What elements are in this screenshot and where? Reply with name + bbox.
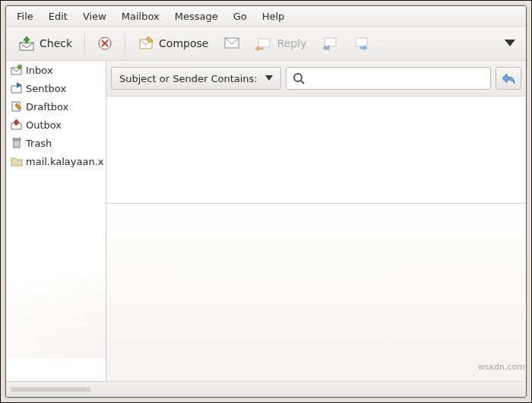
folder-label: Trash: [26, 138, 52, 149]
forward-icon: [353, 36, 370, 51]
toolbar: Check Compose: [6, 27, 526, 61]
reply-button: Reply: [248, 30, 314, 56]
status-bar: [6, 381, 526, 397]
body: Inbox Sentbox Draftbox: [6, 61, 526, 381]
menu-message[interactable]: Message: [167, 8, 226, 25]
folder-account[interactable]: mail.kalayaan.x: [6, 152, 106, 170]
reply-arrow-icon: [501, 72, 516, 84]
chevron-down-icon: [265, 75, 273, 81]
compose-button[interactable]: Compose: [130, 30, 216, 56]
trash-icon: [11, 137, 23, 149]
compose-label: Compose: [159, 37, 208, 49]
menubar: File Edit View Mailbox Message Go Help: [6, 6, 526, 27]
forward-button: [346, 30, 378, 56]
menu-help[interactable]: Help: [255, 8, 293, 25]
filter-dropdown[interactable]: Subject or Sender Contains:: [111, 67, 281, 90]
reply-all-button: [314, 30, 346, 56]
folder-label: Sentbox: [26, 83, 66, 94]
menu-file[interactable]: File: [9, 8, 41, 25]
svg-line-29: [301, 81, 304, 84]
svg-marker-27: [265, 75, 273, 81]
search-icon: [293, 72, 305, 84]
chevron-down-icon: [505, 40, 515, 47]
app-window: File Edit View Mailbox Message Go Help C…: [5, 5, 527, 398]
sent-icon: [11, 82, 23, 94]
inbox-icon: [11, 64, 23, 76]
svg-point-28: [294, 74, 302, 81]
filter-row: Subject or Sender Contains:: [106, 61, 526, 97]
filter-label: Subject or Sender Contains:: [119, 73, 258, 84]
mail-button-disabled: [216, 30, 248, 56]
draft-icon: [11, 100, 23, 113]
outbox-icon: [11, 119, 23, 131]
folder-trash[interactable]: Trash: [6, 134, 106, 152]
reply-label: Reply: [277, 37, 306, 49]
reply-icon: [255, 36, 272, 51]
folder-label: Inbox: [26, 65, 53, 76]
menu-edit[interactable]: Edit: [41, 8, 75, 25]
svg-rect-13: [356, 38, 367, 46]
folder-label: Draftbox: [26, 101, 68, 113]
compose-icon: [138, 35, 154, 52]
download-mail-icon: [18, 35, 35, 52]
svg-marker-15: [505, 40, 515, 46]
status-grip: [11, 387, 125, 392]
message-preview-pane[interactable]: [106, 204, 526, 381]
folder-icon: [11, 155, 23, 167]
main-pane: Subject or Sender Contains:: [106, 61, 526, 381]
svg-rect-8: [258, 39, 270, 47]
folder-label: Outbox: [26, 119, 62, 131]
folder-draftbox[interactable]: Draftbox: [6, 97, 106, 116]
toolbar-separator: [125, 31, 125, 56]
svg-point-17: [17, 65, 22, 69]
svg-marker-26: [11, 158, 22, 166]
message-list-pane[interactable]: [106, 97, 526, 204]
folder-label: mail.kalayaan.x: [26, 156, 104, 167]
check-button[interactable]: Check: [11, 30, 80, 56]
folder-sentbox[interactable]: Sentbox: [6, 79, 106, 97]
toolbar-separator: [84, 31, 85, 56]
toolbar-overflow-button[interactable]: [499, 32, 521, 55]
cancel-icon: [97, 36, 112, 51]
cancel-button[interactable]: [90, 30, 120, 56]
check-label: Check: [40, 37, 72, 49]
search-input[interactable]: [286, 67, 491, 90]
folder-sidebar: Inbox Sentbox Draftbox: [6, 61, 106, 381]
menu-view[interactable]: View: [75, 8, 114, 25]
folder-outbox[interactable]: Outbox: [6, 116, 106, 134]
menu-mailbox[interactable]: Mailbox: [114, 8, 167, 25]
svg-rect-25: [13, 138, 21, 140]
reply-all-icon: [321, 36, 338, 51]
envelope-icon: [223, 36, 240, 51]
menu-go[interactable]: Go: [226, 8, 255, 25]
folder-inbox[interactable]: Inbox: [6, 61, 106, 79]
svg-rect-18: [11, 86, 21, 93]
reply-action-button[interactable]: [496, 67, 521, 90]
svg-rect-24: [14, 140, 20, 148]
